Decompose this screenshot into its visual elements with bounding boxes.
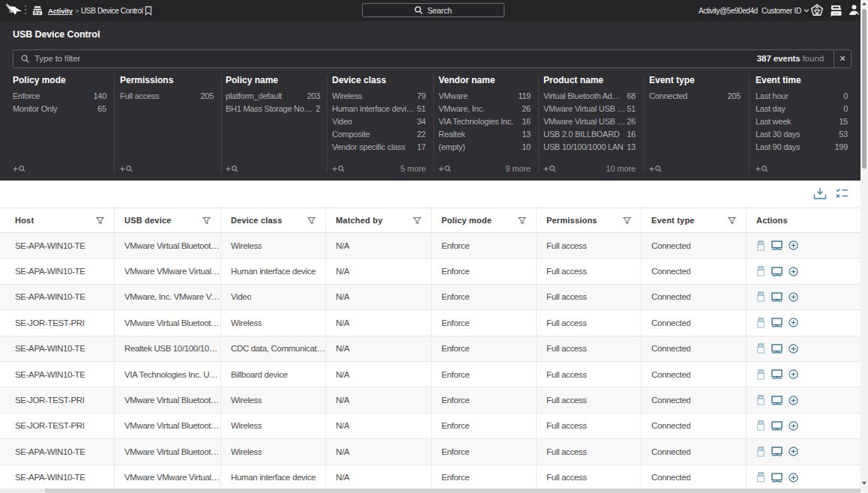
host-action-icon[interactable] <box>771 267 783 276</box>
facet-item[interactable]: Last week15 <box>756 117 848 130</box>
column-filter-funnel-icon[interactable] <box>413 217 421 225</box>
facet-item[interactable]: (empty)10 <box>438 142 531 155</box>
facet-item[interactable]: Monitor Only65 <box>13 104 106 117</box>
facet-item[interactable]: BH1 Mass Storage No …2 <box>226 104 320 117</box>
column-filter-funnel-icon[interactable] <box>518 217 526 225</box>
global-search-input[interactable]: Search <box>362 3 504 17</box>
add-action-icon[interactable] <box>789 369 798 379</box>
facet-item[interactable]: Last day0 <box>756 104 848 117</box>
facet-item[interactable]: Last hour0 <box>756 91 848 104</box>
facet-item[interactable]: Last 30 days53 <box>756 130 848 142</box>
facet-item[interactable]: Last 90 days199 <box>756 142 848 155</box>
table-row[interactable]: SE-APA-WIN10-TE VMware Virtual Bluetoot…… <box>0 439 861 465</box>
scroll-up-arrow-icon[interactable] <box>862 2 867 5</box>
add-filter-icon[interactable] <box>438 165 451 173</box>
clear-filter-button[interactable]: ✕ <box>834 50 851 67</box>
chat-messages-icon[interactable] <box>830 4 843 17</box>
usb-device-action-icon[interactable] <box>756 395 765 405</box>
facet-item[interactable]: Video34 <box>332 117 426 130</box>
column-filter-funnel-icon[interactable] <box>623 217 631 225</box>
facet-item[interactable]: Realtek13 <box>438 130 531 142</box>
host-action-icon[interactable] <box>771 369 783 379</box>
facet-item[interactable]: VMware Virtual USB …51 <box>543 104 636 117</box>
usb-device-action-icon[interactable] <box>756 318 765 328</box>
table-row[interactable]: SE-APA-WIN10-TE VIA Technologies Inc. US… <box>0 362 861 387</box>
column-header[interactable]: Actions <box>747 208 861 232</box>
facet-item[interactable]: Wireless79 <box>332 91 426 104</box>
add-action-icon[interactable] <box>789 447 798 456</box>
bookmark-icon[interactable] <box>145 6 152 16</box>
facet-item[interactable]: VIA Technologies Inc.16 <box>438 117 531 130</box>
host-action-icon[interactable] <box>771 396 783 405</box>
horizontal-scrollbar-thumb[interactable] <box>45 489 861 493</box>
column-header[interactable]: USB device <box>115 208 221 232</box>
breadcrumb-activity-link[interactable]: Activity <box>48 7 73 15</box>
export-download-button[interactable] <box>812 185 828 202</box>
facet-item[interactable]: USB 10/100/1000 LAN13 <box>543 142 636 155</box>
add-action-icon[interactable] <box>789 292 798 302</box>
add-filter-icon[interactable] <box>13 165 25 173</box>
column-header[interactable]: Policy mode <box>432 208 537 232</box>
facet-more-link[interactable]: 9 more <box>505 164 531 173</box>
activity-app-icon[interactable] <box>31 4 43 16</box>
table-row[interactable]: SE-JOR-TEST-PRI VMware Virtual Bluetoot…… <box>0 387 861 413</box>
host-action-icon[interactable] <box>771 318 783 327</box>
add-filter-icon[interactable] <box>543 165 556 173</box>
add-filter-icon[interactable] <box>120 165 133 173</box>
host-action-icon[interactable] <box>771 421 783 431</box>
chevron-down-icon[interactable] <box>804 8 810 13</box>
column-filter-funnel-icon[interactable] <box>307 217 316 225</box>
facet-item[interactable]: Human interface devi…51 <box>332 104 426 117</box>
facet-item[interactable]: Composite22 <box>332 130 426 142</box>
table-row[interactable]: SE-APA-WIN10-TE VMware, Inc. VMware Vir…… <box>0 285 861 310</box>
customer-id-menu[interactable]: Customer ID <box>762 7 801 15</box>
column-header[interactable]: Device class <box>221 208 326 232</box>
facet-item[interactable]: Connected205 <box>649 91 741 104</box>
menu-dots-separator[interactable] <box>25 5 26 16</box>
add-action-icon[interactable] <box>789 318 798 327</box>
add-filter-icon[interactable] <box>332 165 345 173</box>
add-action-icon[interactable] <box>789 396 798 405</box>
column-filter-funnel-icon[interactable] <box>728 217 736 225</box>
add-filter-icon[interactable] <box>756 165 768 173</box>
table-row[interactable]: SE-APA-WIN10-TE Realtek USB 10/100/100… … <box>0 336 861 362</box>
host-action-icon[interactable] <box>771 344 783 354</box>
host-action-icon[interactable] <box>771 473 783 483</box>
falcon-store-badge-icon[interactable] <box>810 4 824 17</box>
table-row[interactable]: SE-APA-WIN10-TE VMware Virtual Bluetoot…… <box>0 233 861 258</box>
add-action-icon[interactable] <box>789 267 798 276</box>
add-action-icon[interactable] <box>789 421 798 431</box>
scroll-down-arrow-icon[interactable] <box>862 482 867 485</box>
facet-more-link[interactable]: 5 more <box>400 164 426 173</box>
usb-device-action-icon[interactable] <box>756 369 765 380</box>
table-row[interactable]: SE-APA-WIN10-TE VMware VMware Virtual … … <box>0 465 861 491</box>
usb-device-action-icon[interactable] <box>756 472 765 483</box>
column-filter-funnel-icon[interactable] <box>202 217 211 225</box>
add-filter-icon[interactable] <box>226 165 238 173</box>
filter-input[interactable]: Type to filter 387 events found ✕ <box>13 49 852 68</box>
usb-device-action-icon[interactable] <box>756 420 765 431</box>
column-settings-button[interactable] <box>834 185 850 202</box>
facet-item[interactable]: Full access205 <box>120 91 214 104</box>
usb-device-action-icon[interactable] <box>756 291 765 302</box>
vertical-scrollbar-thumb[interactable] <box>862 9 867 169</box>
add-action-icon[interactable] <box>789 473 798 483</box>
usb-device-action-icon[interactable] <box>756 266 765 276</box>
horizontal-scrollbar[interactable] <box>0 489 861 493</box>
column-header[interactable]: Event type <box>642 208 747 232</box>
facet-item[interactable]: Virtual Bluetooth Ad…68 <box>543 91 636 104</box>
column-header[interactable]: Host <box>0 208 115 232</box>
facet-more-link[interactable]: 10 more <box>606 164 636 173</box>
facet-item[interactable]: USB 2.0 BILLBOARD16 <box>543 130 636 142</box>
add-action-icon[interactable] <box>789 241 798 250</box>
falcon-logo-icon[interactable] <box>5 2 23 17</box>
add-action-icon[interactable] <box>789 344 798 354</box>
table-row[interactable]: SE-JOR-TEST-PRI VMware Virtual Bluetoot…… <box>0 414 861 439</box>
host-action-icon[interactable] <box>771 241 783 250</box>
usb-device-action-icon[interactable] <box>756 447 765 457</box>
vertical-scrollbar[interactable] <box>861 0 868 493</box>
usb-device-action-icon[interactable] <box>756 343 765 354</box>
column-header[interactable]: Permissions <box>537 208 642 232</box>
column-header[interactable]: Matched by <box>326 208 432 232</box>
table-row[interactable]: SE-JOR-TEST-PRI VMware Virtual Bluetoot…… <box>0 310 861 336</box>
